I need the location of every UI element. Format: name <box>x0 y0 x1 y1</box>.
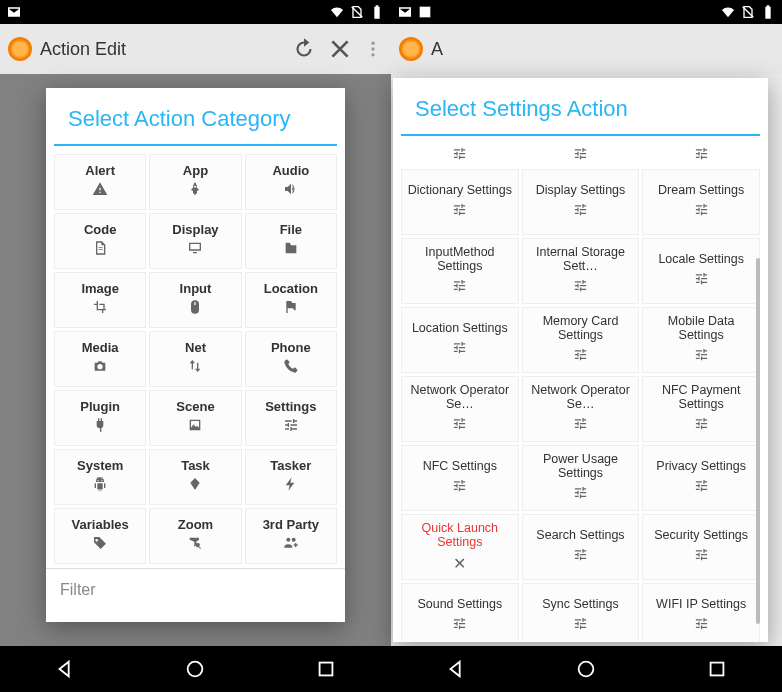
settings-item[interactable]: WIFI IP Settings <box>642 583 760 642</box>
settings-item[interactable]: Dream Settings <box>642 169 760 235</box>
bolt-icon <box>283 476 299 496</box>
category-zoom[interactable]: Zoom <box>149 508 241 564</box>
category-label: Code <box>84 222 117 237</box>
category-settings[interactable]: Settings <box>245 390 337 446</box>
category-label: Input <box>180 281 212 296</box>
category-scene[interactable]: Scene <box>149 390 241 446</box>
settings-item-label: Locale Settings <box>658 252 743 266</box>
mail-icon <box>397 4 413 20</box>
category-plugin[interactable]: Plugin <box>54 390 146 446</box>
category-tasker[interactable]: Tasker <box>245 449 337 505</box>
wifi-icon <box>329 4 345 20</box>
tasker-logo-icon <box>8 37 32 61</box>
filter-input[interactable]: Filter <box>46 568 345 611</box>
more-icon[interactable] <box>363 36 383 62</box>
picture-icon <box>417 4 433 20</box>
settings-item[interactable]: Privacy Settings <box>642 445 760 511</box>
phone-left: Action Edit Select Action Category Alert… <box>0 0 391 692</box>
close-icon: ✕ <box>453 554 466 573</box>
nav-home-icon[interactable] <box>575 658 597 680</box>
settings-item[interactable]: Network Operator Se… <box>522 376 640 442</box>
tune-icon <box>573 347 588 366</box>
category-phone[interactable]: Phone <box>245 331 337 387</box>
settings-item[interactable]: InputMethod Settings <box>401 238 519 304</box>
category-image[interactable]: Image <box>54 272 146 328</box>
category-label: File <box>280 222 302 237</box>
settings-item-label: Power Usage Settings <box>527 452 635 481</box>
category-label: Zoom <box>178 517 213 532</box>
category-input[interactable]: Input <box>149 272 241 328</box>
phone-right: A Select Settings Action Dictionary Sett… <box>391 0 782 692</box>
refresh-icon[interactable] <box>291 36 317 62</box>
settings-item[interactable]: Network Operator Se… <box>401 376 519 442</box>
category-code[interactable]: Code <box>54 213 146 269</box>
category-system[interactable]: System <box>54 449 146 505</box>
list-item-partial[interactable] <box>642 144 760 166</box>
category-display[interactable]: Display <box>149 213 241 269</box>
settings-item[interactable]: Mobile Data Settings <box>642 307 760 373</box>
flag-icon <box>283 299 299 319</box>
tune-icon <box>694 271 709 290</box>
settings-item[interactable]: NFC Payment Settings <box>642 376 760 442</box>
category-variables[interactable]: Variables <box>54 508 146 564</box>
category-label: App <box>183 163 208 178</box>
category-label: System <box>77 458 123 473</box>
settings-item[interactable]: Quick Launch Settings✕ <box>401 514 519 580</box>
settings-item[interactable]: Sync Settings <box>522 583 640 642</box>
settings-item[interactable]: Locale Settings <box>642 238 760 304</box>
settings-item-label: Sync Settings <box>542 597 618 611</box>
category-file[interactable]: File <box>245 213 337 269</box>
crop-icon <box>92 299 108 319</box>
category-task[interactable]: Task <box>149 449 241 505</box>
nav-recent-icon[interactable] <box>706 658 728 680</box>
scrollbar[interactable] <box>756 258 760 624</box>
settings-item[interactable]: Security Settings <box>642 514 760 580</box>
settings-item[interactable]: Search Settings <box>522 514 640 580</box>
settings-item[interactable]: NFC Settings <box>401 445 519 511</box>
nav-home-icon[interactable] <box>184 658 206 680</box>
list-item-partial[interactable] <box>401 144 519 166</box>
tune-icon <box>452 278 467 297</box>
settings-item-label: Sound Settings <box>417 597 502 611</box>
category-dialog: Select Action Category AlertAppAudioCode… <box>46 88 345 622</box>
category-media[interactable]: Media <box>54 331 146 387</box>
tune-icon <box>694 478 709 497</box>
nav-back-icon[interactable] <box>445 658 467 680</box>
mail-icon <box>6 4 22 20</box>
speaker-icon <box>283 181 299 201</box>
list-item-partial[interactable] <box>522 144 640 166</box>
content-area: Select Action Category AlertAppAudioCode… <box>0 74 391 646</box>
rocket-icon <box>187 181 203 201</box>
tune-icon <box>573 416 588 435</box>
settings-item[interactable]: Sound Settings <box>401 583 519 642</box>
settings-item[interactable]: Display Settings <box>522 169 640 235</box>
settings-item[interactable]: Internal Storage Sett… <box>522 238 640 304</box>
category-label: Task <box>181 458 210 473</box>
tune-icon <box>694 347 709 366</box>
nav-back-icon[interactable] <box>54 658 76 680</box>
settings-item-label: Internal Storage Sett… <box>527 245 635 274</box>
settings-item[interactable]: Location Settings <box>401 307 519 373</box>
category-net[interactable]: Net <box>149 331 241 387</box>
settings-item[interactable]: Dictionary Settings <box>401 169 519 235</box>
close-icon[interactable] <box>327 36 353 62</box>
tag-icon <box>92 535 108 555</box>
settings-item-label: Search Settings <box>536 528 624 542</box>
tune-icon <box>452 202 467 221</box>
tune-icon <box>573 616 588 635</box>
settings-item[interactable]: Power Usage Settings <box>522 445 640 511</box>
category-app[interactable]: App <box>149 154 241 210</box>
nav-recent-icon[interactable] <box>315 658 337 680</box>
dialog-title: Select Settings Action <box>401 78 760 136</box>
category-location[interactable]: Location <box>245 272 337 328</box>
category-label: Plugin <box>80 399 120 414</box>
category-alert[interactable]: Alert <box>54 154 146 210</box>
settings-item-label: InputMethod Settings <box>406 245 514 274</box>
mouse-icon <box>187 299 203 319</box>
users-icon <box>283 535 299 555</box>
settings-item-label: Security Settings <box>654 528 748 542</box>
monitor-icon <box>187 240 203 260</box>
settings-item[interactable]: Memory Card Settings <box>522 307 640 373</box>
category-audio[interactable]: Audio <box>245 154 337 210</box>
category-3rd-party[interactable]: 3rd Party <box>245 508 337 564</box>
